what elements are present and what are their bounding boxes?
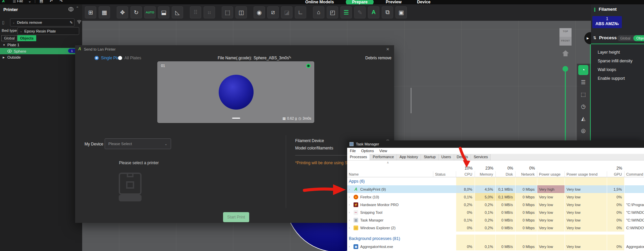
column-header-command-line[interactable]: Command line <box>625 171 644 177</box>
process-group-apps[interactable]: Apps (6) <box>347 177 644 185</box>
arrange-icon[interactable]: ✥ <box>117 6 128 18</box>
calibrate-button[interactable]: ◎ <box>578 125 588 135</box>
view-cube[interactable]: TOP FRONT <box>559 28 572 46</box>
tm-tab-startup[interactable]: Startup <box>421 154 438 160</box>
lan-wifi-icon[interactable] <box>77 20 82 24</box>
tm-menu-file[interactable]: File <box>347 149 359 153</box>
tab-objects[interactable]: Objects <box>17 35 36 41</box>
device-select[interactable]: Please Select ⌄ <box>105 138 171 149</box>
edit-profile-icon[interactable]: ✎ <box>70 20 73 25</box>
tm-tab-users[interactable]: Users <box>439 154 454 160</box>
setting-item-sparse-infill-density[interactable]: Sparse infill density <box>598 57 632 65</box>
process-group-background[interactable]: Background processes (81) <box>347 235 644 243</box>
tree-item-sphere[interactable]: Sphere1 <box>0 48 82 54</box>
plate-view-button[interactable]: ⬚ <box>578 89 588 99</box>
row-expand-caret[interactable]: › <box>349 188 352 191</box>
setting-item-layer-height[interactable]: Layer height <box>598 48 632 57</box>
tab-device[interactable]: Device <box>414 0 434 4</box>
filament-slot-selector[interactable]: 1 ABS AMZN▾ <box>592 16 622 28</box>
row-expand-caret[interactable]: › <box>349 195 352 199</box>
save-button[interactable]: ▤ <box>40 0 43 3</box>
table-row[interactable]: ›⚡Hardware Monitor PRO0,2%0,2%0 MB/s0 Mb… <box>347 201 644 208</box>
column-header-memory[interactable]: Memory <box>475 171 496 177</box>
table-row[interactable]: ›▭Windows Explorer (2)0%0,2%0 MB/s0 Mbps… <box>347 224 644 232</box>
tree-caret-icon[interactable]: ▶ <box>3 56 5 59</box>
tree-item-outside[interactable]: ▶Outside <box>0 54 82 60</box>
edit-file-name-icon[interactable]: ✎ <box>288 55 291 60</box>
close-icon[interactable]: ✕ <box>386 47 389 52</box>
column-header-name[interactable]: Name <box>347 171 433 177</box>
hole-icon[interactable]: ◉ <box>254 6 265 18</box>
split-parts-icon[interactable]: ⧉ <box>382 6 393 18</box>
setting-item-enable-support[interactable]: Enable support <box>598 74 632 83</box>
tm-tab-performance[interactable]: Performance <box>370 154 397 160</box>
visibility-eye-icon[interactable] <box>7 50 12 53</box>
cut-icon[interactable]: ⧄ <box>267 6 279 18</box>
slab-icon[interactable]: ◫ <box>235 6 247 18</box>
sort-ascending-icon[interactable]: ∧ <box>387 161 389 164</box>
boolean-icon[interactable]: ◪ <box>281 6 292 18</box>
column-header-power-usage[interactable]: Power usage <box>537 171 565 177</box>
plate-preview[interactable]: 01 ▦ 0.62 g ◷ 3m0s <box>157 61 314 123</box>
tab-preview[interactable]: Preview <box>382 0 405 4</box>
column-header-gpu[interactable]: GPU <box>607 171 625 177</box>
orient-view-button[interactable]: ◭ <box>578 113 588 123</box>
column-header-network[interactable]: Network <box>516 171 537 177</box>
file-menu[interactable]: ☰ File <box>13 0 23 3</box>
table-row[interactable]: ›▣AggregatorHost.exe0%0,1%0 MB/s0 MbpsVe… <box>347 243 644 250</box>
auto-orient-icon[interactable]: AUTO <box>144 6 156 18</box>
table-row[interactable]: ›ACrealityPrint (9)8,0%4,5%0,1 MB/s0 Mbp… <box>347 185 644 193</box>
setting-item-wall-loops[interactable]: Wall loops <box>598 65 632 74</box>
single-plate-radio[interactable] <box>95 56 99 60</box>
task-manager-titlebar[interactable]: Task Manager <box>347 140 644 148</box>
clone-icon[interactable]: ⠿ <box>190 6 201 18</box>
row-expand-caret[interactable]: › <box>349 211 352 214</box>
table-row[interactable]: ›✂Snipping Tool0%0,1%0 MB/s0 MbpsVery lo… <box>347 208 644 216</box>
collapse-panel-icon[interactable]: ˆˆ <box>76 6 77 10</box>
home-view-button[interactable] <box>561 50 570 57</box>
tree-caret-icon[interactable]: ▼ <box>3 44 5 47</box>
pagination-dash[interactable] <box>232 118 240 119</box>
row-expand-caret[interactable]: › <box>349 203 352 206</box>
measure-icon[interactable]: ∟ <box>295 6 306 18</box>
printer-settings-gear-icon[interactable] <box>68 7 73 12</box>
row-expand-caret[interactable]: › <box>349 226 352 230</box>
tab-global[interactable]: Global <box>1 35 17 41</box>
bed-type-select[interactable]: ⌄ Epoxy Resin Plate <box>17 27 79 35</box>
plate-selected-check[interactable] <box>306 64 311 68</box>
rotate-icon[interactable]: ↻ <box>130 6 142 18</box>
column-header-disk[interactable]: Disk <box>496 171 516 177</box>
table-row[interactable]: ›▥Task Manager0,1%0,2%0 MB/s0 MbpsVery l… <box>347 216 644 224</box>
row-expand-caret[interactable]: › <box>349 218 352 222</box>
seam-icon[interactable]: ◰ <box>327 6 338 18</box>
tree-item-plate-1[interactable]: ▼Plate 1 <box>0 42 82 48</box>
paint-icon[interactable]: ✎ <box>354 6 366 18</box>
table-row[interactable]: ›●Firefox (10)0,1%5,0%0,1 MB/s0 MbpsVery… <box>347 193 644 201</box>
lay-flat-icon[interactable]: ◺ <box>172 6 183 18</box>
row-expand-caret[interactable]: › <box>349 245 352 248</box>
tm-menu-options[interactable]: Options <box>359 149 377 153</box>
view-cube-top[interactable]: TOP <box>559 28 572 37</box>
text-icon[interactable]: A <box>368 6 379 18</box>
column-header-power-usage-trend[interactable]: Power usage trend <box>565 171 607 177</box>
tm-menu-view[interactable]: View <box>377 149 390 153</box>
structure-button[interactable]: ☰ <box>578 77 588 87</box>
split-layout-icon[interactable]: ⬓ <box>158 6 169 18</box>
support-icon[interactable]: ⌂ <box>313 6 324 18</box>
tm-tab-processes[interactable]: Processes <box>347 154 370 160</box>
view-cube-front[interactable]: FRONT <box>559 37 572 42</box>
undo-button[interactable]: ↶ <box>50 0 53 3</box>
add-model-icon[interactable]: ⊞ <box>85 6 96 18</box>
all-plates-label[interactable]: All Plates <box>124 56 141 60</box>
speed-mode-button[interactable]: ◔ <box>578 65 588 75</box>
redo-button[interactable]: ↷ <box>60 0 63 3</box>
process-tab-objects[interactable]: Objects <box>633 35 644 41</box>
start-print-button[interactable]: Start Print <box>223 212 249 222</box>
scale-icon[interactable]: ⬚ <box>222 6 233 18</box>
layer-slider-handle[interactable] <box>562 66 568 72</box>
gauge-button[interactable]: ◷ <box>578 101 588 111</box>
layers-icon[interactable]: ☰ <box>340 6 352 18</box>
column-header-cpu[interactable]: CPU <box>456 171 475 177</box>
file-menu-caret[interactable]: ⌄ <box>28 0 31 3</box>
add-plate-icon[interactable]: ▦ <box>99 6 110 18</box>
